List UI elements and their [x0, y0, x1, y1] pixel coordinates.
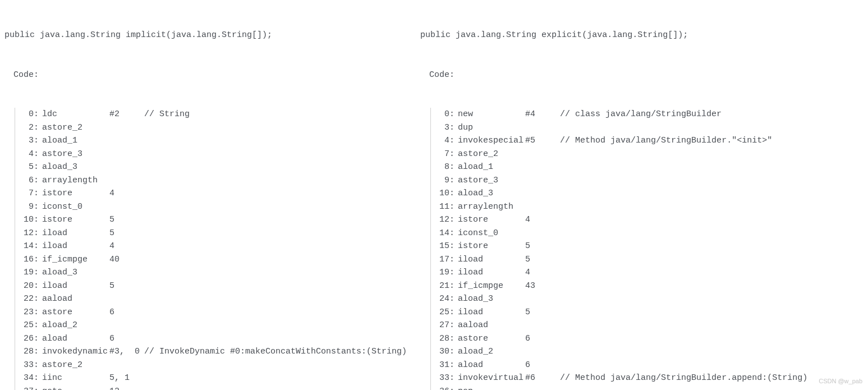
bytecode-arg: #4	[525, 108, 560, 121]
bytecode-line: 28:invokedynamic#3, 0// InvokeDynamic #0…	[15, 345, 407, 359]
bytecode-line: 37:goto12	[15, 385, 407, 391]
bytecode-opcode: astore	[39, 306, 109, 319]
bytecode-offset: 7:	[15, 187, 39, 200]
bytecode-arg: 5	[525, 253, 560, 267]
bytecode-arg	[109, 319, 144, 332]
bytecode-opcode: iload	[39, 240, 109, 253]
bytecode-opcode: aload_3	[39, 266, 109, 279]
bytecode-offset: 11:	[431, 200, 454, 214]
method-signature-right: public java.lang.String explicit(java.la…	[420, 29, 807, 42]
bytecode-arg	[525, 200, 560, 214]
bytecode-line: 9:astore_3	[431, 174, 807, 187]
bytecode-arg	[525, 121, 560, 135]
bytecode-arg	[109, 359, 144, 372]
bytecode-arg: 6	[109, 306, 144, 319]
bytecode-arg: 6	[525, 332, 560, 346]
bytecode-arg: 6	[109, 332, 144, 346]
bytecode-line: 3:dup	[431, 121, 807, 135]
bytecode-line: 20:iload5	[15, 279, 407, 293]
bytecode-opcode: arraylength	[39, 174, 109, 187]
bytecode-comment: // Method java/lang/StringBuilder.append…	[560, 371, 807, 385]
bytecode-line: 25:iload5	[431, 306, 807, 319]
bytecode-offset: 31:	[431, 359, 454, 372]
bytecode-arg	[525, 227, 560, 240]
bytecode-offset: 28:	[15, 345, 39, 359]
bytecode-opcode: aload_3	[39, 160, 109, 174]
method-signature-left: public java.lang.String implicit(java.la…	[4, 29, 407, 42]
bytecode-arg	[109, 266, 144, 279]
bytecode-arg: 5	[525, 240, 560, 253]
bytecode-offset: 12:	[15, 227, 39, 240]
bytecode-offset: 33:	[15, 359, 39, 372]
bytecode-opcode: goto	[39, 385, 109, 391]
bytecode-offset: 0:	[15, 108, 39, 121]
bytecode-arg: 5, 1	[109, 371, 144, 385]
bytecode-arg	[525, 292, 560, 306]
bytecode-offset: 0:	[431, 108, 454, 121]
bytecode-offset: 4:	[431, 134, 454, 148]
bytecode-arg: 4	[109, 240, 144, 253]
bytecode-opcode: ldc	[39, 108, 109, 121]
code-label-left: Code:	[4, 68, 407, 82]
bytecode-arg	[109, 174, 144, 187]
bytecode-opcode: iload	[454, 306, 525, 319]
bytecode-arg	[525, 319, 560, 332]
bytecode-opcode: istore	[454, 240, 525, 253]
bytecode-opcode: aaload	[39, 292, 109, 306]
bytecode-offset: 34:	[15, 371, 39, 385]
bytecode-offset: 6:	[15, 174, 39, 187]
bytecode-opcode: invokedynamic	[39, 345, 109, 359]
bytecode-offset: 19:	[431, 266, 454, 279]
bytecode-opcode: aload_1	[454, 160, 525, 174]
bytecode-opcode: dup	[454, 121, 525, 135]
bytecode-line: 24:aload_3	[431, 292, 807, 306]
bytecode-line: 28:astore6	[431, 332, 807, 346]
bytecode-line: 25:aload_2	[15, 319, 407, 332]
bytecode-opcode: aload_3	[454, 292, 525, 306]
bytecode-arg	[109, 121, 144, 135]
bytecode-arg	[109, 292, 144, 306]
bytecode-line: 15:istore5	[431, 240, 807, 253]
bytecode-arg	[525, 174, 560, 187]
right-bytecode-panel: public java.lang.String explicit(java.la…	[420, 2, 807, 390]
bytecode-arg	[109, 200, 144, 214]
bytecode-offset: 33:	[431, 371, 454, 385]
bytecode-line: 19:aload_3	[15, 266, 407, 279]
bytecode-line: 36:pop	[431, 385, 807, 391]
bytecode-offset: 14:	[431, 227, 454, 240]
bytecode-opcode: iconst_0	[454, 227, 525, 240]
bytecode-line: 33:astore_2	[15, 359, 407, 372]
bytecode-opcode: iinc	[39, 371, 109, 385]
bytecode-offset: 25:	[15, 319, 39, 332]
bytecode-offset: 2:	[15, 121, 39, 135]
bytecode-line: 7:astore_2	[431, 148, 807, 161]
bytecode-opcode: iload	[454, 266, 525, 279]
bytecode-line: 2:astore_2	[15, 121, 407, 135]
bytecode-opcode: aload	[454, 359, 525, 372]
bytecode-opcode: invokespecial	[454, 134, 525, 148]
bytecode-offset: 37:	[15, 385, 39, 391]
bytecode-opcode: astore_2	[39, 121, 109, 135]
left-bytecode-panel: public java.lang.String implicit(java.la…	[4, 2, 407, 390]
bytecode-offset: 25:	[431, 306, 454, 319]
bytecode-offset: 19:	[15, 266, 39, 279]
bytecode-offset: 14:	[15, 240, 39, 253]
bytecode-opcode: iload	[39, 279, 109, 293]
bytecode-opcode: astore_3	[39, 148, 109, 161]
bytecode-offset: 5:	[15, 160, 39, 174]
bytecode-offset: 30:	[431, 345, 454, 359]
bytecode-opcode: aload	[39, 332, 109, 346]
bytecode-arg: 5	[109, 227, 144, 240]
bytecode-arg: #3, 0	[109, 345, 144, 359]
bytecode-offset: 22:	[15, 292, 39, 306]
bytecode-opcode: astore_3	[454, 174, 525, 187]
bytecode-opcode: astore_2	[454, 148, 525, 161]
bytecode-opcode: if_icmpge	[39, 253, 109, 267]
bytecode-offset: 12:	[431, 213, 454, 227]
bytecode-comment: // Method java/lang/StringBuilder."<init…	[560, 134, 772, 148]
bytecode-line: 16:if_icmpge40	[15, 253, 407, 267]
bytecode-opcode: arraylength	[454, 200, 525, 214]
bytecode-offset: 16:	[15, 253, 39, 267]
bytecode-opcode: invokevirtual	[454, 371, 525, 385]
bytecode-opcode: aload_1	[39, 134, 109, 148]
